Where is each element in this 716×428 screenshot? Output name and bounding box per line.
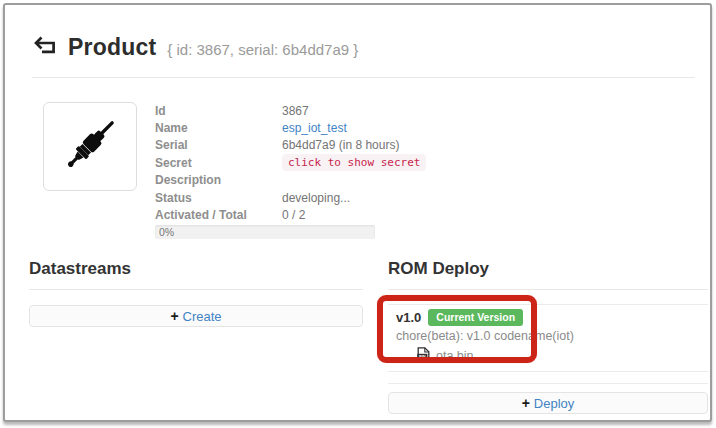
rom-version-label: v1.0 — [396, 310, 421, 325]
current-version-badge: Current Version — [428, 309, 523, 326]
back-button[interactable] — [33, 35, 57, 60]
screenshot-root: Product { id: 3867, serial: 6b4dd7a9 } — [0, 0, 716, 428]
page-subtitle: { id: 3867, serial: 6b4dd7a9 } — [167, 38, 358, 58]
page-title: Product — [68, 34, 156, 61]
detail-row-serial: Serial 6b4dd7a9 (in 8 hours) — [155, 137, 555, 154]
rom-deploy-heading: ROM Deploy — [388, 259, 489, 279]
detail-row-id: Id 3867 — [155, 102, 555, 119]
bin-file-icon: BIN — [417, 347, 430, 365]
create-datastream-button[interactable]: + Create — [29, 305, 363, 327]
activation-progress-bar: 0% — [155, 225, 375, 239]
field-label: Id — [155, 104, 282, 118]
field-label: Secret — [155, 156, 282, 170]
plug-connector-icon — [54, 109, 126, 185]
product-id-value: 3867 — [282, 104, 309, 118]
field-label: Activated / Total — [155, 208, 282, 222]
back-arrow-icon — [33, 35, 57, 60]
window-frame: Product { id: 3867, serial: 6b4dd7a9 } — [3, 3, 712, 422]
plus-icon: + — [170, 308, 178, 324]
deploy-button-label: Deploy — [534, 396, 574, 411]
deploy-rom-button[interactable]: + Deploy — [388, 392, 708, 414]
rom-divider — [388, 289, 708, 290]
field-label: Status — [155, 191, 282, 205]
rom-version-item[interactable]: v1.0 Current Version chore(beta): v1.0 c… — [388, 305, 708, 372]
plus-icon: + — [522, 395, 530, 411]
product-serial-value: 6b4dd7a9 (in 8 hours) — [282, 138, 399, 152]
product-name-link[interactable]: esp_iot_test — [282, 121, 347, 135]
datastreams-heading: Datastreams — [29, 259, 131, 279]
detail-row-name: Name esp_iot_test — [155, 119, 555, 136]
product-status-value: developing... — [282, 191, 350, 205]
field-label: Name — [155, 121, 282, 135]
product-image — [43, 102, 137, 191]
datastreams-divider — [29, 289, 363, 290]
detail-row-activated: Activated / Total 0 / 2 — [155, 206, 555, 223]
create-button-label: Create — [183, 309, 222, 324]
rom-list-empty-row — [388, 372, 708, 384]
header-divider — [32, 77, 695, 78]
rom-description: chore(beta): v1.0 codename(iot) — [396, 329, 700, 343]
svg-text:BIN: BIN — [419, 355, 426, 359]
field-label: Description — [155, 173, 282, 187]
rom-file-row: BIN ota.bin — [417, 347, 700, 365]
detail-row-secret: Secret click to show secret — [155, 154, 555, 171]
detail-row-status: Status developing... — [155, 189, 555, 206]
activated-total-value: 0 / 2 — [282, 208, 305, 222]
page-header: Product { id: 3867, serial: 6b4dd7a9 } — [33, 34, 358, 61]
rom-version-list: v1.0 Current Version chore(beta): v1.0 c… — [388, 304, 708, 384]
rom-file-name[interactable]: ota.bin — [436, 349, 474, 363]
progress-percent-label: 0% — [159, 226, 174, 238]
rom-item-head: v1.0 Current Version — [396, 309, 700, 326]
detail-row-description: Description — [155, 172, 555, 189]
show-secret-button[interactable]: click to show secret — [282, 154, 426, 171]
product-details: Id 3867 Name esp_iot_test Serial 6b4dd7a… — [155, 102, 555, 239]
field-label: Serial — [155, 138, 282, 152]
